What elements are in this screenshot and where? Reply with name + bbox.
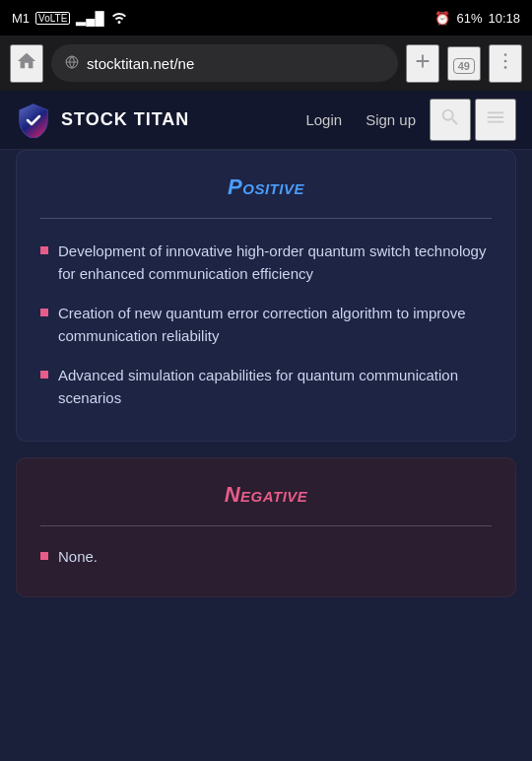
negative-content: None. [40,548,492,565]
logo-icon [16,103,51,138]
add-tab-button[interactable] [406,44,439,83]
positive-divider [40,218,492,219]
alarm-icon: ⏰ [434,11,450,26]
wifi-icon [110,10,128,27]
time-display: 10:18 [488,11,520,26]
negative-section: Negative None. [16,457,516,597]
status-right: ⏰ 61% 10:18 [434,11,520,26]
main-content: Positive Development of innovative high-… [0,150,532,613]
none-label: None. [58,548,98,565]
bullet-marker [40,309,48,316]
svg-point-3 [504,59,507,62]
volte-badge: VoLTE [35,12,70,25]
site-name: STOCK TITAN [61,109,189,130]
nav-bar: STOCK TITAN Login Sign up [0,91,532,150]
positive-bullet-list: Development of innovative high-order qua… [40,241,492,409]
bullet-marker [40,552,48,560]
site-logo[interactable]: STOCK TITAN [16,103,189,138]
browser-chrome: stocktitan.net/ne 49 [0,35,532,91]
url-text: stocktitan.net/ne [87,55,194,72]
bullet-marker [40,371,48,379]
bullet-marker [40,246,48,254]
bullet-text: Creation of new quantum error correction… [58,303,492,347]
login-link[interactable]: Login [296,105,352,134]
status-left: M1 VoLTE ▂▄█ [12,10,128,27]
positive-section: Positive Development of innovative high-… [16,150,516,442]
browser-more-button[interactable] [489,44,522,83]
list-item: Advanced simulation capabilities for qua… [40,365,492,409]
hamburger-menu-button[interactable] [475,99,516,141]
url-bar[interactable]: stocktitan.net/ne [51,44,398,82]
status-bar: M1 VoLTE ▂▄█ ⏰ 61% 10:18 [0,0,532,35]
tab-count-badge: 49 [453,58,475,74]
bullet-text: Development of innovative high-order qua… [58,241,492,285]
signup-link[interactable]: Sign up [356,105,426,134]
positive-title: Positive [40,174,492,200]
list-item: Creation of new quantum error correction… [40,303,492,347]
url-security-icon [65,55,79,72]
carrier-label: M1 [12,11,30,26]
list-item: Development of innovative high-order qua… [40,241,492,285]
battery-display: 61% [456,11,482,26]
battery-percent: 61 [456,11,470,26]
browser-home-button[interactable] [10,44,43,83]
bullet-text: Advanced simulation capabilities for qua… [58,365,492,409]
search-button[interactable] [430,99,471,141]
negative-title: Negative [40,482,492,508]
tab-count-button[interactable]: 49 [447,46,481,81]
svg-point-4 [504,66,507,69]
negative-divider [40,525,492,526]
svg-point-2 [504,53,507,56]
signal-icon: ▂▄█ [76,11,103,26]
nav-links: Login Sign up [296,99,516,141]
